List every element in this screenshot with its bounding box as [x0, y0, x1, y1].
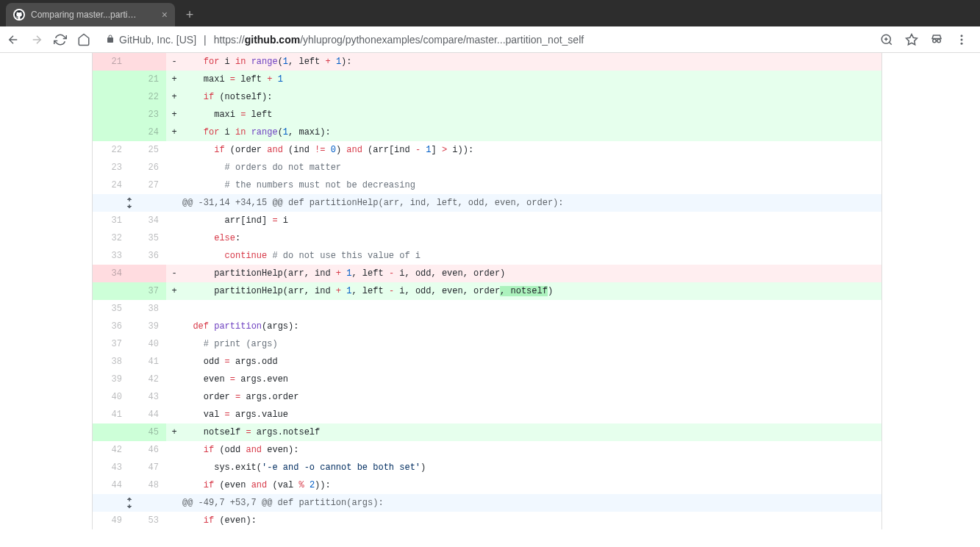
diff-line: 2326 # orders do not matter — [93, 159, 881, 176]
diff-table: 21- for i in range(1, left + 1):21+ maxi… — [92, 53, 882, 529]
old-line-number[interactable] — [93, 423, 129, 441]
diff-line: 21- for i in range(1, left + 1): — [93, 53, 881, 71]
old-line-number[interactable]: 21 — [93, 53, 129, 71]
new-line-number[interactable] — [129, 265, 166, 282]
old-line-number[interactable]: 33 — [93, 247, 129, 265]
forward-button[interactable] — [29, 32, 44, 47]
code-content: even = args.even — [182, 371, 881, 388]
code-content: # orders do not matter — [182, 159, 881, 176]
menu-icon[interactable] — [955, 33, 968, 46]
diff-line: 2225 if (order and (ind != 0) and (arr[i… — [93, 141, 881, 159]
hunk-header: @@ -49,7 +53,7 @@ def partition(args): — [93, 494, 881, 512]
new-line-number[interactable] — [129, 53, 166, 71]
new-line-number[interactable]: 22 — [129, 88, 166, 106]
code-content: continue # do not use this value of i — [182, 247, 881, 265]
new-line-number[interactable]: 24 — [129, 124, 166, 141]
page-viewport[interactable]: 21- for i in range(1, left + 1):21+ maxi… — [0, 53, 980, 547]
new-line-number[interactable]: 36 — [129, 247, 166, 265]
diff-line: 3942 even = args.even — [93, 371, 881, 388]
expand-icon[interactable] — [93, 494, 166, 512]
old-line-number[interactable]: 23 — [93, 159, 129, 176]
old-line-number[interactable]: 44 — [93, 476, 129, 494]
old-line-number[interactable]: 43 — [93, 459, 129, 476]
code-content: # print (args) — [182, 335, 881, 353]
new-line-number[interactable]: 44 — [129, 406, 166, 423]
new-line-number[interactable]: 40 — [129, 335, 166, 353]
diff-line: 34- partitionHelp(arr, ind + 1, left - i… — [93, 265, 881, 282]
incognito-icon[interactable] — [930, 33, 943, 46]
diff-line: 4448 if (even and (val % 2)): — [93, 476, 881, 494]
new-line-number[interactable]: 25 — [129, 141, 166, 159]
new-line-number[interactable]: 34 — [129, 212, 166, 229]
svg-point-1 — [933, 39, 937, 43]
new-line-number[interactable]: 37 — [129, 282, 166, 300]
code-content: arr[ind] = i — [182, 212, 881, 229]
diff-line: 24+ for i in range(1, maxi): — [93, 124, 881, 141]
lock-icon — [106, 34, 115, 46]
diff-line: 3639 def partition(args): — [93, 318, 881, 335]
old-line-number[interactable]: 24 — [93, 176, 129, 194]
star-icon[interactable] — [905, 33, 918, 46]
diff-line: 3841 odd = args.odd — [93, 353, 881, 371]
code-content: odd = args.odd — [182, 353, 881, 371]
old-line-number[interactable]: 41 — [93, 406, 129, 423]
diff-line: 37+ partitionHelp(arr, ind + 1, left - i… — [93, 282, 881, 300]
new-line-number[interactable]: 39 — [129, 318, 166, 335]
code-content: for i in range(1, left + 1): — [182, 53, 881, 71]
old-line-number[interactable]: 32 — [93, 229, 129, 247]
diff-line: 3235 else: — [93, 229, 881, 247]
new-line-number[interactable]: 48 — [129, 476, 166, 494]
home-button[interactable] — [76, 32, 91, 47]
back-button[interactable] — [6, 32, 21, 47]
new-line-number[interactable]: 35 — [129, 229, 166, 247]
old-line-number[interactable] — [93, 71, 129, 88]
old-line-number[interactable]: 35 — [93, 300, 129, 318]
new-line-number[interactable]: 42 — [129, 371, 166, 388]
browser-tab[interactable]: Comparing master...parti… × — [6, 3, 175, 26]
new-line-number[interactable]: 41 — [129, 353, 166, 371]
zoom-icon[interactable] — [880, 33, 893, 46]
old-line-number[interactable]: 34 — [93, 265, 129, 282]
close-tab-icon[interactable]: × — [162, 9, 168, 21]
url-box[interactable]: GitHub, Inc. [US] | https://github.com/y… — [100, 34, 871, 46]
code-content: sys.exit('-e and -o cannot be both set') — [182, 459, 881, 476]
old-line-number[interactable]: 49 — [93, 512, 129, 529]
new-line-number[interactable]: 21 — [129, 71, 166, 88]
new-line-number[interactable]: 46 — [129, 441, 166, 459]
old-line-number[interactable] — [93, 282, 129, 300]
old-line-number[interactable]: 37 — [93, 335, 129, 353]
code-content: if (even and (val % 2)): — [182, 476, 881, 494]
old-line-number[interactable] — [93, 88, 129, 106]
address-bar: GitHub, Inc. [US] | https://github.com/y… — [0, 26, 980, 53]
new-line-number[interactable]: 27 — [129, 176, 166, 194]
old-line-number[interactable]: 38 — [93, 353, 129, 371]
diff-line: 3134 arr[ind] = i — [93, 212, 881, 229]
code-content: if (odd and even): — [182, 441, 881, 459]
diff-line: 45+ notself = args.notself — [93, 423, 881, 441]
old-line-number[interactable] — [93, 106, 129, 124]
new-tab-button[interactable]: + — [179, 4, 200, 25]
new-line-number[interactable]: 23 — [129, 106, 166, 124]
hunk-header: @@ -31,14 +34,15 @@ def partitionHelp(ar… — [93, 194, 881, 212]
code-content: order = args.order — [182, 388, 881, 406]
reload-button[interactable] — [53, 32, 68, 47]
old-line-number[interactable]: 36 — [93, 318, 129, 335]
diff-line: 22+ if (notself): — [93, 88, 881, 106]
new-line-number[interactable]: 45 — [129, 423, 166, 441]
new-line-number[interactable]: 47 — [129, 459, 166, 476]
old-line-number[interactable]: 31 — [93, 212, 129, 229]
diff-line: 2427 # the numbers must not be decreasin… — [93, 176, 881, 194]
github-favicon — [13, 9, 25, 21]
old-line-number[interactable]: 42 — [93, 441, 129, 459]
new-line-number[interactable]: 53 — [129, 512, 166, 529]
hunk-text: @@ -31,14 +34,15 @@ def partitionHelp(ar… — [182, 194, 881, 212]
new-line-number[interactable]: 38 — [129, 300, 166, 318]
old-line-number[interactable]: 40 — [93, 388, 129, 406]
code-content — [182, 300, 881, 318]
old-line-number[interactable]: 22 — [93, 141, 129, 159]
new-line-number[interactable]: 43 — [129, 388, 166, 406]
old-line-number[interactable] — [93, 124, 129, 141]
expand-icon[interactable] — [93, 194, 166, 212]
old-line-number[interactable]: 39 — [93, 371, 129, 388]
new-line-number[interactable]: 26 — [129, 159, 166, 176]
